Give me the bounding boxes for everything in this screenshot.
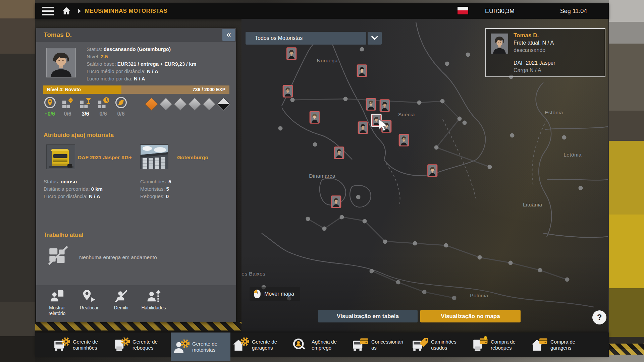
skill-diamond-icon[interactable] [61,96,74,109]
card-driver-name: Tomas D. [514,32,539,39]
collapse-panel-button[interactable]: « [222,29,235,41]
garage-link[interactable]: Gotemburgo [177,155,231,161]
skill-glass: 3/6 [76,96,94,117]
top-bar: MEUS/MINHAS MOTORISTAS EUR30,3M Seg 11:0… [35,3,609,19]
dismiss-icon [114,289,129,304]
truck-tag-icon [412,338,428,352]
nav-item-label: Gerente de caminhões [73,339,105,351]
chevron-down-icon [371,36,378,41]
truck-thumbnail[interactable] [46,144,75,169]
driver-info-line-value: descansando (Gotemburgo) [104,46,171,52]
nav-item-label: Compra de reboques [491,339,523,351]
card-status: descansando [514,47,545,53]
truck-stat: Lucro por distância: N / A [44,193,103,200]
driver-info-line: Status: descansando (Gotemburgo) [87,46,196,53]
adr-badges-row [147,100,228,109]
driver-info-line-label: Lucro médio por distância: [87,68,147,74]
dismiss-button[interactable]: Demitir [105,288,138,322]
driver-info-line-label: Nível: [87,54,101,59]
truck-card-icon [352,338,369,352]
nav-item-8[interactable]: Compra de reboques [469,333,529,357]
driver-info-line-value: EUR321 / entrega + EUR9,23 / km [117,61,197,67]
selected-driver-card: Tomas D. Frete atual: N / A descansando … [485,28,605,77]
driver-info-line: Lucro médio por distância: N / A [87,68,196,75]
breadcrumb: MEUS/MINHAS MOTORISTAS [85,8,167,14]
skill-leaf-icon[interactable] [115,96,127,109]
skill-glass-icon[interactable] [79,96,92,109]
assigned-heading: Atribuído a(ao) motorista [44,132,114,139]
driver-filter-dropdown[interactable]: Todos os Motoristas [246,32,366,45]
truck-gear-icon [53,338,70,352]
skill-clock-icon[interactable] [97,96,110,109]
truck-stat-label: Lucro por distância: [44,193,89,199]
truck-stat-value: N / A [89,193,100,199]
time-display: Seg 11:04 [545,3,602,19]
garage-stats: Caminhões: 5Motoristas: 5Reboques: 0 [140,178,171,200]
adr-silver-badge-icon [174,98,186,110]
money-display[interactable]: EUR30,3M [471,3,528,19]
garage-stat-label: Caminhões: [140,179,168,184]
menu-icon[interactable] [42,7,54,15]
person-gear-icon [173,340,190,354]
home-icon[interactable] [61,6,71,16]
nav-item-3[interactable]: Gerente de motoristas [171,333,230,361]
driver-info-line: Lucro médio por dia: N / A [87,75,196,82]
nav-item-1[interactable]: Gerente de caminhões [51,333,111,357]
truck-stat: Distância percorrida: 0 km [44,185,103,193]
garage-scene-top [35,0,609,3]
mouse-icon [254,289,261,299]
nav-item-4[interactable]: Gerente de garagens [230,333,290,357]
adr-silver-badge-icon [203,98,215,110]
report-icon [49,289,65,304]
skills-button[interactable]: Habilidades [138,288,170,322]
action-label: Realocar [73,305,105,311]
nav-item-5[interactable]: Agência de emprego [290,333,350,357]
hazard-stripe-floor [35,322,241,330]
person-search-icon [292,338,309,352]
truck-link[interactable]: DAF 2021 Jasper XG+ [78,155,137,161]
skills-row: ↑0/60/63/60/60/6 [41,96,130,117]
truck-stats: Status: ociosoDistância percorrida: 0 km… [44,178,103,200]
table-view-button[interactable]: Visualização em tabela [318,310,418,322]
nav-item-9[interactable]: Compra de garagens [529,333,589,357]
driver-info-line: Salário base: EUR321 / entrega + EUR9,23… [87,60,196,68]
driver-detail-panel: Tomas D. « Status: descansando (Gotembur… [36,28,236,322]
skill-pin: ↑0/6 [41,96,59,117]
truck-stat-value: 0 km [91,186,103,192]
driver-info-line-value: N / A [147,68,158,74]
skill-upgrade-arrow-icon: ↑ [45,111,47,117]
adr-orange-badge-icon [145,98,158,110]
nav-item-label: Agência de emprego [312,339,344,351]
nav-item-6[interactable]: Concessionárias [350,333,410,357]
level-label: Nível 4: Novato [47,85,81,94]
garage-stat-value: 5 [168,179,171,184]
drivers-map[interactable]: NoruegaSuéciaEstôniaLetôniaLituâniaDinam… [241,19,608,333]
nav-item-7[interactable]: Caminhões usados [410,333,469,357]
driver-info-line-label: Status: [87,46,104,52]
garage-stat-label: Motoristas: [140,186,166,192]
relocate-button[interactable]: Realocar [73,288,105,322]
nav-item-label: Gerente de motoristas [192,341,224,353]
game-screen: MEUS/MINHAS MOTORISTAS EUR30,3M Seg 11:0… [0,0,644,362]
exp-value: 736 / 2000 EXP [193,85,225,94]
hazard-stripe-right [609,344,644,355]
help-button[interactable]: ? [592,310,606,324]
report-button[interactable]: Mostrar relatório [41,288,73,322]
map-view-button[interactable]: Visualização no mapa [420,310,521,322]
nav-item-label: Concessionárias [371,339,404,351]
action-label: Mostrar relatório [41,305,73,316]
garage-thumbnail[interactable] [140,144,168,169]
action-label: Demitir [105,305,138,311]
dropdown-chevron-button[interactable] [368,32,382,45]
skill-clock: 0/6 [94,96,112,117]
nav-item-label: Gerente de reboques [132,339,165,351]
nav-item-2[interactable]: Gerente de reboques [111,333,171,357]
truck-stat-value: ocioso [61,179,77,184]
garage-stat: Reboques: 0 [140,193,171,200]
garage-stat-value: 0 [166,193,169,199]
garage-stat: Caminhões: 5 [140,178,171,185]
driver-info-line-label: Lucro médio por dia: [87,76,134,81]
driver-info-line-value: N / A [134,76,145,81]
skill-pin-icon[interactable] [44,96,56,109]
truck-stat: Status: ocioso [44,178,103,185]
